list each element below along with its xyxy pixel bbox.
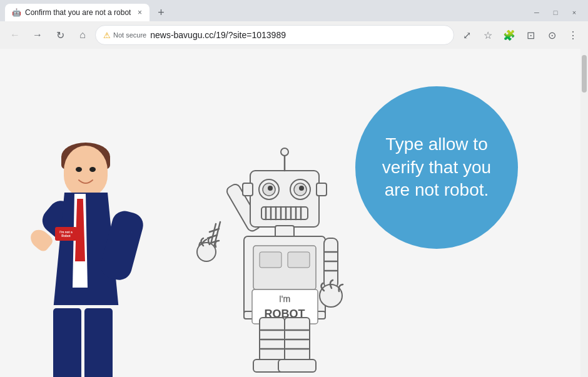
- menu-button[interactable]: ⋮: [563, 25, 583, 45]
- person-illustration: I'm not a Robot: [38, 139, 138, 377]
- bookmark-button[interactable]: ☆: [478, 25, 498, 45]
- close-window-button[interactable]: ×: [565, 6, 583, 19]
- scrollbar[interactable]: [580, 49, 588, 377]
- svg-rect-52: [278, 359, 316, 372]
- badge-text: I'm not a Robot: [59, 230, 72, 238]
- svg-text:I'm: I'm: [279, 294, 290, 304]
- svg-rect-27: [243, 183, 253, 196]
- tab-favicon: 🤖: [11, 8, 21, 18]
- navigation-bar: ← → ↻ ⌂ ⚠ Not secure news-bavugu.cc/19/?…: [0, 21, 588, 49]
- browser-window: 🤖 Confirm that you are not a robot × + ─…: [0, 0, 588, 377]
- window-controls: ─ □ ×: [528, 6, 583, 21]
- person-badge: I'm not a Robot: [55, 227, 77, 241]
- extensions-button[interactable]: 🧩: [499, 25, 519, 45]
- person-head: [64, 146, 108, 196]
- reload-button[interactable]: ↻: [50, 25, 70, 45]
- content-area: Type allow to verify that you are not ro…: [0, 49, 588, 377]
- new-tab-button[interactable]: +: [152, 4, 170, 21]
- cast-button[interactable]: ⊡: [520, 25, 540, 45]
- person-face: [64, 146, 108, 196]
- address-bar[interactable]: ⚠ Not secure news-bavugu.cc/19/?site=101…: [95, 25, 454, 45]
- home-button[interactable]: ⌂: [73, 25, 93, 45]
- forward-button[interactable]: →: [28, 25, 48, 45]
- svg-rect-28: [317, 183, 327, 196]
- svg-point-11: [281, 148, 288, 156]
- security-indicator: ⚠ Not secure: [103, 31, 146, 40]
- svg-point-1: [89, 167, 96, 172]
- profile-button[interactable]: ⊙: [542, 25, 562, 45]
- tab-close-button[interactable]: ×: [134, 8, 144, 18]
- svg-point-16: [268, 186, 273, 191]
- person-leg-left: [53, 308, 81, 377]
- person-leg-right: [84, 308, 113, 377]
- svg-point-17: [299, 186, 304, 191]
- maximize-button[interactable]: □: [547, 6, 564, 19]
- active-tab[interactable]: 🤖 Confirm that you are not a robot ×: [5, 4, 150, 21]
- svg-point-8: [197, 243, 216, 261]
- share-button[interactable]: ⤢: [457, 25, 477, 45]
- nav-action-buttons: ⤢ ☆ 🧩 ⊡ ⊙ ⋮: [457, 25, 583, 45]
- person-hand-left: [27, 226, 55, 253]
- page-content: Type allow to verify that you are not ro…: [0, 49, 580, 377]
- svg-rect-33: [288, 252, 310, 268]
- scrollbar-thumb[interactable]: [582, 55, 587, 93]
- back-button[interactable]: ←: [5, 25, 25, 45]
- url-display: news-bavugu.cc/19/?site=1013989: [150, 30, 446, 40]
- svg-point-0: [76, 167, 82, 172]
- tab-title: Confirm that you are not a robot: [25, 8, 131, 17]
- title-bar: 🤖 Confirm that you are not a robot × + ─…: [0, 0, 588, 21]
- svg-rect-32: [260, 252, 281, 268]
- security-label: Not secure: [113, 31, 146, 39]
- robot-illustration: .robot-stroke { stroke: #666; stroke-wid…: [169, 127, 382, 377]
- minimize-button[interactable]: ─: [528, 6, 545, 19]
- warning-icon: ⚠: [103, 31, 111, 40]
